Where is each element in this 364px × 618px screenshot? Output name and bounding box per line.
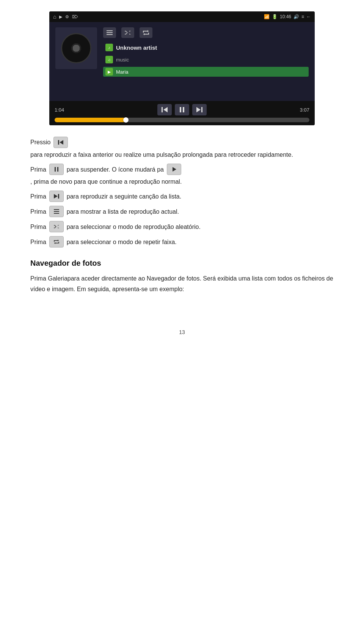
svg-rect-15 bbox=[58, 194, 59, 199]
menu-icon: ≡ bbox=[301, 14, 304, 19]
svg-rect-0 bbox=[107, 30, 113, 31]
playback-buttons bbox=[157, 104, 207, 115]
instruction-row-5: Prima para seleccionar o modo de reprodu… bbox=[30, 221, 334, 232]
pause-track-button[interactable] bbox=[175, 104, 189, 115]
album-name: music bbox=[116, 57, 129, 63]
pause-inline-button[interactable] bbox=[49, 164, 64, 175]
back-icon: ← bbox=[306, 14, 311, 19]
progress-track[interactable] bbox=[55, 118, 309, 122]
repeat-button[interactable] bbox=[140, 27, 152, 38]
next-track-button[interactable] bbox=[192, 104, 207, 115]
player-panel: ♪ Unknown artist ♫ music ▶ Maria bbox=[49, 22, 315, 82]
instruction-row-1: Pressio para reproduzir a faixa anterior… bbox=[30, 137, 334, 160]
svg-rect-17 bbox=[54, 211, 59, 212]
instr1-suffix: para reproduzir a faixa anterior ou real… bbox=[30, 150, 293, 160]
instr2-extra-suffix: , prima de novo para que continue a repr… bbox=[30, 177, 182, 187]
instruction-row-2: Prima para suspender. O ícone mudará pa … bbox=[30, 164, 334, 187]
section-paragraph: Prima Galeriapara aceder directamente ao… bbox=[30, 273, 334, 294]
svg-rect-10 bbox=[58, 140, 59, 145]
svg-marker-7 bbox=[196, 107, 201, 112]
instr2-prefix: Prima bbox=[30, 164, 46, 175]
album-badge: ♫ bbox=[105, 56, 113, 63]
settings-icon: ⚙ bbox=[65, 14, 69, 19]
playlist-inline-button[interactable] bbox=[49, 206, 64, 217]
artist-badge: ♪ bbox=[105, 44, 113, 51]
svg-marker-9 bbox=[60, 140, 63, 145]
instr5-suffix: para seleccionar o modo de reprodução al… bbox=[67, 222, 201, 232]
svg-rect-2 bbox=[107, 34, 113, 35]
document-content: Pressio para reproduzir a faixa anterior… bbox=[0, 125, 364, 314]
timeline-bar: 1:04 3:07 bbox=[49, 101, 315, 125]
svg-rect-18 bbox=[54, 213, 59, 214]
time-controls: 1:04 3:07 bbox=[55, 104, 309, 115]
artist-name: Unknown artist bbox=[116, 44, 157, 51]
album-row: ♫ music bbox=[103, 55, 309, 65]
svg-rect-16 bbox=[54, 209, 59, 210]
svg-rect-11 bbox=[55, 167, 56, 172]
instr6-suffix: para seleccionar o modo de repetir faixa… bbox=[67, 237, 177, 247]
instruction-row-3: Prima para reproduzir a seguinte canção … bbox=[30, 191, 334, 202]
progress-fill bbox=[55, 118, 126, 122]
instr1-prefix: Pressio bbox=[30, 137, 50, 147]
svg-rect-1 bbox=[107, 32, 113, 33]
song-badge: ▶ bbox=[105, 68, 113, 76]
section-heading: Navegador de fotos bbox=[30, 257, 334, 270]
album-art bbox=[55, 27, 97, 69]
playlist-button[interactable] bbox=[103, 27, 116, 38]
instr4-prefix: Prima bbox=[30, 207, 46, 217]
instr2-suffix: para suspender. O ícone mudará pa bbox=[67, 164, 164, 175]
repeat-inline-button[interactable] bbox=[49, 236, 64, 248]
music-player-screenshot: ⌂ ▶ ⚙ ⌦ 📶 🔋 10:46 🔊 ≡ ← bbox=[49, 11, 315, 125]
artist-row: ♪ Unknown artist bbox=[103, 43, 309, 52]
svg-rect-12 bbox=[57, 167, 58, 172]
instr3-suffix: para reproduzir a seguinte canção da lis… bbox=[67, 191, 181, 202]
instr4-suffix: para mostrar a lista de reprodução actua… bbox=[67, 207, 179, 217]
play-inline-button[interactable] bbox=[167, 164, 181, 175]
play-indicator: ▶ bbox=[59, 14, 62, 19]
song-row: ▶ Maria bbox=[103, 67, 309, 77]
svg-rect-6 bbox=[183, 107, 184, 112]
cd-disc bbox=[61, 33, 91, 63]
song-name: Maria bbox=[116, 69, 129, 75]
time-current: 1:04 bbox=[55, 107, 64, 113]
svg-marker-13 bbox=[173, 167, 176, 172]
status-time: 10:46 bbox=[280, 14, 291, 19]
svg-rect-8 bbox=[201, 107, 202, 112]
shuffle-inline-button[interactable] bbox=[49, 221, 64, 232]
battery-icon: 🔋 bbox=[272, 14, 278, 19]
wifi-icon: 📶 bbox=[264, 14, 270, 19]
instr3-prefix: Prima bbox=[30, 191, 46, 202]
prev-inline-button[interactable] bbox=[53, 137, 68, 148]
progress-thumb bbox=[123, 117, 129, 123]
volume-icon: 🔊 bbox=[293, 14, 299, 19]
svg-marker-3 bbox=[163, 107, 168, 112]
instr6-prefix: Prima bbox=[30, 237, 46, 247]
instr5-prefix: Prima bbox=[30, 222, 46, 232]
status-bar-left: ⌂ ▶ ⚙ ⌦ bbox=[53, 14, 78, 20]
prev-track-button[interactable] bbox=[157, 104, 172, 115]
next-inline-button[interactable] bbox=[49, 191, 64, 202]
status-bar-right: 📶 🔋 10:46 🔊 ≡ ← bbox=[264, 14, 311, 19]
instruction-row-6: Prima para seleccionar o modo de repetir… bbox=[30, 236, 334, 248]
svg-marker-14 bbox=[54, 194, 58, 199]
home-icon: ⌂ bbox=[53, 14, 56, 20]
page-number: 13 bbox=[0, 329, 364, 335]
time-total: 3:07 bbox=[300, 107, 309, 113]
instruction-row-4: Prima para mostrar a lista de reprodução… bbox=[30, 206, 334, 217]
player-controls-top bbox=[103, 27, 309, 38]
status-bar: ⌂ ▶ ⚙ ⌦ 📶 🔋 10:46 🔊 ≡ ← bbox=[49, 11, 315, 22]
player-info: ♪ Unknown artist ♫ music ▶ Maria bbox=[103, 27, 309, 77]
svg-rect-4 bbox=[162, 107, 163, 112]
shuffle-button[interactable] bbox=[121, 27, 134, 38]
usb-icon: ⌦ bbox=[72, 14, 78, 19]
svg-rect-5 bbox=[180, 107, 181, 112]
